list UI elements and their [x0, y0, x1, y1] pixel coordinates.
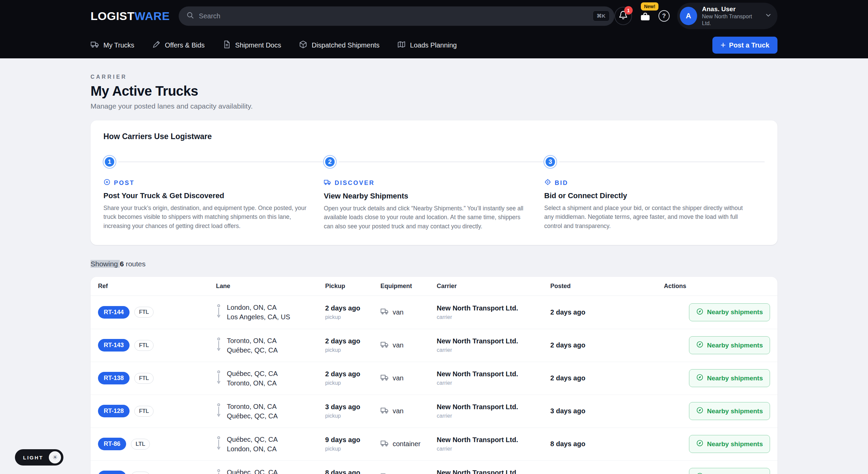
- route-icon: [216, 435, 221, 453]
- load-type-badge: FTL: [131, 472, 150, 474]
- lane-destination: Québec, QC, CA: [227, 346, 278, 355]
- table-row: RT-86 LTL Québec, QC, CA London, ON, CA …: [91, 428, 777, 460]
- help-button[interactable]: ?: [658, 10, 670, 22]
- step-number-badge: 3: [544, 156, 556, 168]
- step-connector: [559, 162, 765, 162]
- compass-icon: [696, 406, 704, 416]
- table-header-row: Ref Lane Pickup Equipment Carrier Posted…: [91, 277, 777, 296]
- lane-origin: London, ON, CA: [227, 303, 290, 312]
- truck-icon: [380, 340, 389, 350]
- table-row: RT-144 FTL London, ON, CA Los Angeles, C…: [91, 296, 777, 329]
- posted-age: 3 days ago: [550, 407, 664, 415]
- nearby-shipments-button[interactable]: Nearby shipments: [689, 303, 770, 321]
- nav-item-dispatched-shipments[interactable]: Dispatched Shipments: [299, 40, 379, 51]
- step-heading: Bid or Connect Directly: [544, 191, 765, 200]
- carrier-sub-label: carrier: [437, 446, 550, 452]
- table-row: RT-85 FTL Québec, QC, CA Toronto, ON, CA…: [91, 460, 777, 474]
- nav-item-my-trucks[interactable]: My Trucks: [91, 40, 134, 51]
- pickup-sub-label: pickup: [325, 446, 380, 452]
- step-body: Select a shipment and place your bid, or…: [544, 204, 765, 230]
- summary-prefix: Showing: [91, 260, 120, 268]
- carrier-sub-label: carrier: [437, 413, 550, 419]
- post-truck-button[interactable]: + Post a Truck: [712, 37, 777, 54]
- howto-title: How Carriers Use Logistware: [103, 132, 765, 141]
- nav-item-offers-bids[interactable]: Offers & Bids: [152, 40, 204, 51]
- nav-label: Loads Planning: [410, 41, 457, 49]
- truck-icon: [380, 373, 389, 383]
- carrier-name: New North Transport Ltd.: [437, 304, 550, 312]
- plus-icon: +: [721, 40, 726, 49]
- posted-age: 2 days ago: [550, 341, 664, 349]
- page-eyebrow: CARRIER: [91, 74, 777, 80]
- nav-item-loads-planning[interactable]: Loads Planning: [397, 40, 457, 51]
- nearby-shipments-button[interactable]: Nearby shipments: [689, 369, 770, 387]
- question-mark-icon: ?: [662, 13, 666, 20]
- carrier-sub-label: carrier: [437, 314, 550, 320]
- nearby-shipments-label: Nearby shipments: [707, 407, 763, 415]
- chevron-down-icon: [765, 12, 772, 20]
- ref-badge[interactable]: RT-138: [98, 372, 130, 384]
- theme-knob[interactable]: ☀: [49, 451, 61, 463]
- ref-badge[interactable]: RT-86: [98, 438, 126, 450]
- col-header-carrier: Carrier: [437, 283, 550, 290]
- notifications-button[interactable]: 1: [614, 7, 632, 25]
- posted-age: 2 days ago: [550, 308, 664, 316]
- carrier-name: New North Transport Ltd.: [437, 370, 550, 378]
- step-connector: [339, 162, 544, 162]
- map-icon: [397, 40, 406, 51]
- theme-toggle[interactable]: LIGHT ☀: [15, 449, 63, 466]
- user-name: Anas. User: [702, 5, 760, 13]
- nearby-shipments-button[interactable]: Nearby shipments: [689, 402, 770, 420]
- main-nav: My Trucks Offers & Bids Shipment Docs Di…: [91, 32, 777, 58]
- sun-icon: ☀: [52, 454, 58, 461]
- user-menu[interactable]: A Anas. User New North Transport Ltd.: [677, 3, 777, 29]
- pickup-age: 2 days ago: [325, 304, 380, 312]
- carrier-name: New North Transport Ltd.: [437, 403, 550, 411]
- table-row: RT-138 FTL Québec, QC, CA Toronto, ON, C…: [91, 362, 777, 395]
- load-type-badge: FTL: [134, 340, 154, 351]
- pickup-age: 8 days ago: [325, 469, 380, 474]
- new-badge: New!: [641, 2, 658, 11]
- nearby-shipments-button[interactable]: Nearby shipments: [689, 468, 770, 474]
- global-search[interactable]: ⌘K: [179, 6, 614, 26]
- results-summary: Showing 6 routes: [91, 260, 777, 268]
- search-input[interactable]: [199, 12, 588, 20]
- page-title: My Active Trucks: [91, 83, 777, 99]
- carrier-sub-label: carrier: [437, 347, 550, 353]
- ref-badge[interactable]: RT-85: [98, 471, 126, 474]
- whats-new-button[interactable]: New!: [639, 8, 651, 24]
- user-company: New North Transport Ltd.: [702, 13, 760, 27]
- compass-icon: [696, 341, 704, 350]
- truck-icon: [91, 40, 99, 51]
- ref-badge[interactable]: RT-144: [98, 306, 130, 319]
- compass-icon: [696, 439, 704, 449]
- brand-logo[interactable]: LOGISTWARE: [91, 10, 170, 23]
- ref-badge[interactable]: RT-143: [98, 339, 130, 352]
- col-header-posted: Posted: [550, 283, 664, 290]
- posted-age: 2 days ago: [550, 374, 664, 382]
- truck-icon: [380, 406, 389, 416]
- nearby-shipments-button[interactable]: Nearby shipments: [689, 336, 770, 354]
- summary-count: 6: [120, 260, 124, 268]
- nav-label: My Trucks: [103, 41, 134, 49]
- lane-origin: Toronto, ON, CA: [227, 336, 278, 345]
- ref-badge[interactable]: RT-128: [98, 405, 130, 417]
- brand-logo-part1: LOGIST: [91, 10, 135, 22]
- nearby-shipments-label: Nearby shipments: [707, 342, 763, 349]
- briefcase-icon: [639, 18, 651, 24]
- nearby-shipments-button[interactable]: Nearby shipments: [689, 435, 770, 453]
- theme-label: LIGHT: [23, 455, 43, 460]
- nearby-shipments-label: Nearby shipments: [707, 440, 763, 448]
- truck-icon: [380, 472, 389, 474]
- table-row: RT-128 FTL Toronto, ON, CA Québec, QC, C…: [91, 395, 777, 428]
- nearby-shipments-label: Nearby shipments: [707, 308, 763, 316]
- search-shortcut-badge: ⌘K: [593, 11, 610, 21]
- col-header-lane: Lane: [216, 283, 325, 290]
- howto-step-post: 1 POST Post Your Truck & Get Discovered …: [103, 153, 324, 231]
- compass-icon: [696, 472, 704, 474]
- search-icon: [186, 11, 194, 21]
- col-header-pickup: Pickup: [325, 283, 380, 290]
- step-heading: View Nearby Shipments: [324, 192, 544, 201]
- route-icon: [216, 337, 221, 354]
- nav-item-shipment-docs[interactable]: Shipment Docs: [222, 40, 281, 51]
